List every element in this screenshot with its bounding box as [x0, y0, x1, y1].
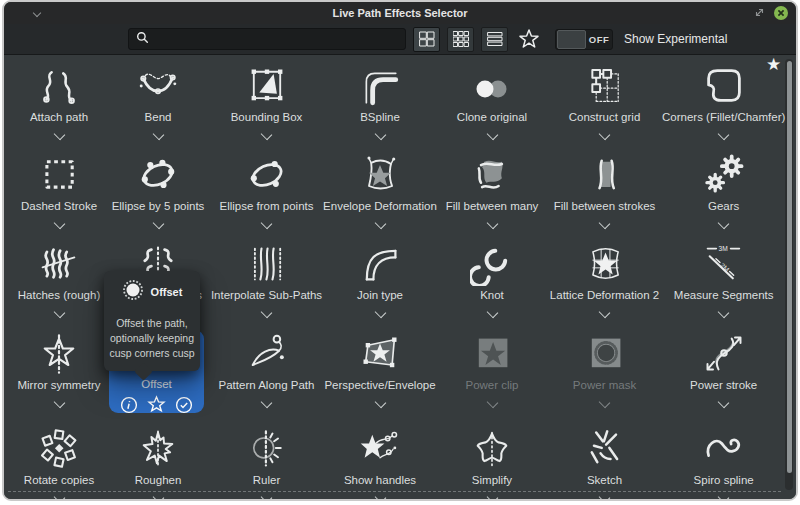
bend-icon: [136, 62, 180, 108]
effect-spiro-spline[interactable]: Spiro spline: [662, 422, 785, 501]
effect-bounding-box[interactable]: Bounding Box: [210, 59, 323, 148]
info-icon[interactable]: [120, 396, 138, 418]
chevron-down-icon[interactable]: [53, 492, 65, 501]
toggle-knob[interactable]: [557, 30, 586, 49]
effect-label: Attach path: [30, 111, 88, 123]
effect-power-clip[interactable]: Power clip: [437, 327, 547, 422]
chevron-down-icon[interactable]: [486, 129, 498, 141]
chevron-down-icon[interactable]: [599, 218, 611, 230]
chevron-down-icon[interactable]: [374, 218, 386, 230]
list-view-button[interactable]: [481, 27, 508, 52]
chevron-down-icon[interactable]: [53, 218, 65, 230]
chevron-down-icon[interactable]: [599, 307, 611, 319]
chevron-down-icon[interactable]: [261, 307, 273, 319]
titlebar[interactable]: Live Path Effects Selector: [4, 2, 796, 24]
effect-join-type[interactable]: Join type: [323, 237, 437, 327]
scrollbar-thumb[interactable]: [787, 61, 792, 473]
effect-dashed-stroke[interactable]: Dashed Stroke: [12, 148, 106, 237]
chevron-down-icon[interactable]: [718, 129, 730, 141]
effect-fill-between-strokes[interactable]: Fill between strokes: [547, 148, 662, 237]
effect-label: Show handles: [344, 474, 416, 486]
effect-construct-grid[interactable]: Construct grid: [547, 59, 662, 148]
effect-rotate-copies[interactable]: Rotate copies: [12, 422, 106, 501]
chevron-down-icon[interactable]: [53, 129, 65, 141]
effect-ruler[interactable]: Ruler: [210, 422, 323, 501]
effect-fill-between-many[interactable]: Fill between many: [437, 148, 547, 237]
chevron-down-icon[interactable]: [599, 129, 611, 141]
effect-label: Spiro spline: [694, 474, 754, 486]
effect-knot[interactable]: Knot: [437, 237, 547, 327]
favorites-filter-star-button[interactable]: [515, 27, 542, 52]
effect-roughen[interactable]: Roughen: [106, 422, 210, 501]
effect-corners-fillet-chamfer[interactable]: ★ Corners (Fillet/Chamfer): [662, 59, 785, 148]
offset-tooltip: Offset Offset the path, optionally keepi…: [104, 271, 200, 371]
chevron-down-icon[interactable]: [261, 397, 273, 409]
effect-gears[interactable]: Gears: [662, 148, 785, 237]
effect-ellipse-by-5-points[interactable]: Ellipse by 5 points: [106, 148, 210, 237]
effect-bspline[interactable]: BSpline: [323, 59, 437, 148]
effect-label: Ruler: [253, 474, 280, 486]
effect-show-handles[interactable]: Show handles: [323, 422, 437, 501]
effect-mirror-symmetry[interactable]: Mirror symmetry: [12, 327, 106, 422]
show-experimental-toggle[interactable]: OFF: [555, 29, 613, 50]
chevron-down-icon[interactable]: [261, 218, 273, 230]
effect-interpolate-subpaths[interactable]: Interpolate Sub-Paths: [210, 237, 323, 327]
chevron-down-icon[interactable]: [718, 307, 730, 319]
gears-icon: [702, 151, 746, 197]
chevron-down-icon[interactable]: [374, 129, 386, 141]
chevron-down-icon[interactable]: [261, 129, 273, 141]
chevron-down-icon[interactable]: [374, 397, 386, 409]
effect-simplify[interactable]: Simplify: [437, 422, 547, 501]
effect-pattern-along-path[interactable]: Pattern Along Path: [210, 327, 323, 422]
chevron-down-icon[interactable]: [152, 492, 164, 501]
chevron-down-icon[interactable]: [152, 129, 164, 141]
chevron-down-icon[interactable]: [374, 492, 386, 501]
attach-path-icon: [38, 62, 80, 108]
effect-power-mask[interactable]: Power mask: [547, 327, 662, 422]
effect-lattice-deformation-2[interactable]: Lattice Deformation 2: [547, 237, 662, 327]
effect-attach-path[interactable]: Attach path: [12, 59, 106, 148]
chevron-down-icon[interactable]: [718, 397, 730, 409]
scrollbar-track[interactable]: [785, 59, 793, 490]
chevron-down-icon[interactable]: [486, 397, 498, 409]
effect-perspective-envelope[interactable]: Perspective/Envelope: [323, 327, 437, 422]
effect-sketch[interactable]: Sketch: [547, 422, 662, 501]
chevron-down-icon[interactable]: [599, 397, 611, 409]
apply-check-icon[interactable]: [175, 396, 193, 418]
chevron-down-icon[interactable]: [718, 492, 730, 501]
rotate-copies-icon: [37, 425, 81, 471]
chevron-down-icon[interactable]: [261, 492, 273, 501]
effect-hatches-rough[interactable]: Hatches (rough): [12, 237, 106, 327]
search-box[interactable]: [128, 28, 406, 50]
selected-item-actions: [120, 395, 193, 418]
effect-measure-segments[interactable]: 3M2M Measure Segments: [662, 237, 785, 327]
effect-power-stroke[interactable]: Power stroke: [662, 327, 785, 422]
chevron-down-icon[interactable]: [374, 307, 386, 319]
favorite-star-action-icon[interactable]: [147, 395, 166, 418]
effect-label: Corners (Fillet/Chamfer): [662, 111, 785, 123]
effect-label: Perspective/Envelope: [324, 379, 435, 391]
chevron-down-icon[interactable]: [152, 218, 164, 230]
close-button[interactable]: [774, 6, 788, 20]
chevron-down-icon[interactable]: [486, 492, 498, 501]
corners-fillet-chamfer-icon: [702, 62, 746, 108]
search-input[interactable]: [155, 32, 389, 46]
large-grid-view-button[interactable]: [413, 27, 440, 52]
effect-bend[interactable]: Bend: [106, 59, 210, 148]
effect-envelope-deformation[interactable]: Envelope Deformation: [323, 148, 437, 237]
effect-label: Ellipse by 5 points: [112, 200, 205, 212]
chevron-down-icon[interactable]: [718, 218, 730, 230]
chevron-down-icon[interactable]: [53, 307, 65, 319]
power-mask-icon: [583, 330, 627, 376]
effect-label: Sketch: [587, 474, 622, 486]
chevron-down-icon[interactable]: [486, 307, 498, 319]
effect-ellipse-from-points[interactable]: Ellipse from points: [210, 148, 323, 237]
chevron-down-icon[interactable]: [53, 397, 65, 409]
effect-label: Ellipse from points: [220, 200, 314, 212]
effect-label: Power mask: [573, 379, 636, 391]
chevron-down-icon[interactable]: [486, 218, 498, 230]
restore-window-icon[interactable]: [754, 4, 765, 22]
chevron-down-icon[interactable]: [599, 492, 611, 501]
small-grid-view-button[interactable]: [447, 27, 474, 52]
effect-clone-original[interactable]: Clone original: [437, 59, 547, 148]
